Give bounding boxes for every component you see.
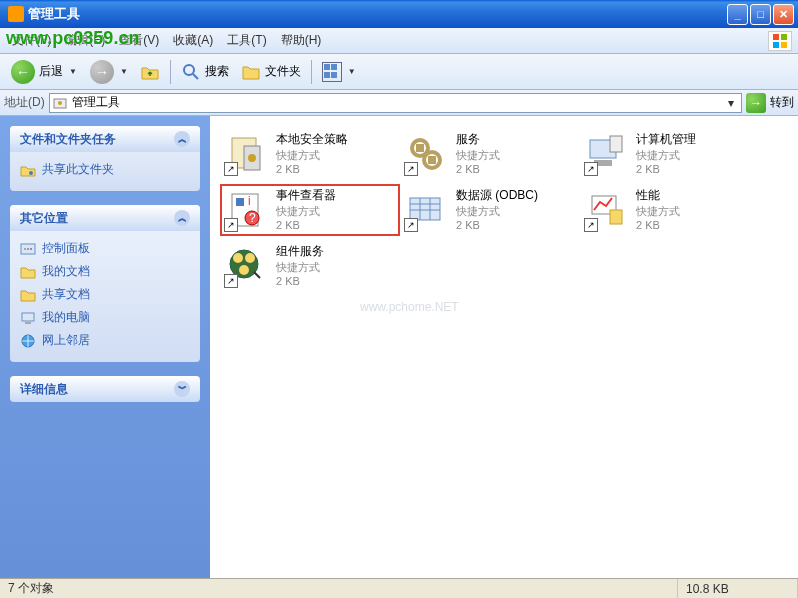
address-dropdown[interactable]: ▾ [723, 96, 739, 110]
folder-up-icon [140, 62, 160, 82]
tile-type: 快捷方式 [456, 204, 538, 218]
statusbar: 7 个对象 10.8 KB [0, 578, 798, 598]
menu-favorites[interactable]: 收藏(A) [167, 30, 219, 51]
content-area: ↗本地安全策略快捷方式2 KB↗服务快捷方式2 KB↗计算机管理快捷方式2 KB… [210, 116, 798, 578]
go-button[interactable]: → [746, 93, 766, 113]
toolbar: ← 后退 ▼ → ▼ 搜索 文件夹 ▼ [0, 54, 798, 90]
forward-button[interactable]: → ▼ [86, 58, 132, 86]
tile-size: 2 KB [636, 162, 696, 176]
tile-name: 组件服务 [276, 244, 324, 260]
svg-point-11 [27, 248, 29, 250]
chevron-down-icon: ▼ [69, 67, 77, 76]
panel-tasks-header[interactable]: 文件和文件夹任务 ︽ [10, 126, 200, 152]
svg-rect-2 [773, 42, 779, 48]
panel-details-header[interactable]: 详细信息 ︾ [10, 376, 200, 402]
search-button[interactable]: 搜索 [177, 60, 233, 84]
menu-file[interactable]: 文件(F) [6, 30, 57, 51]
folders-label: 文件夹 [265, 63, 301, 80]
up-button[interactable] [136, 60, 164, 84]
panel-details: 详细信息 ︾ [10, 376, 200, 402]
shortcut-icon: ↗ [584, 132, 628, 176]
address-label: 地址(D) [4, 94, 45, 111]
computer-icon [20, 310, 36, 326]
place-shared-documents[interactable]: 共享文档 [20, 283, 190, 306]
tile-item[interactable]: ↗本地安全策略快捷方式2 KB [220, 128, 400, 180]
panel-tasks-title: 文件和文件夹任务 [20, 131, 116, 148]
chevron-up-icon: ︽ [174, 131, 190, 147]
shortcut-arrow-icon: ↗ [584, 162, 598, 176]
chevron-up-icon: ︽ [174, 210, 190, 226]
close-button[interactable]: ✕ [773, 4, 794, 25]
svg-rect-0 [773, 34, 779, 40]
place-label: 共享文档 [42, 286, 90, 303]
place-label: 控制面板 [42, 240, 90, 257]
tile-type: 快捷方式 [456, 148, 500, 162]
svg-rect-37 [610, 210, 622, 224]
svg-line-5 [193, 74, 198, 79]
svg-text:i: i [248, 194, 251, 208]
tile-name: 本地安全策略 [276, 132, 348, 148]
svg-rect-3 [781, 42, 787, 48]
shortcut-arrow-icon: ↗ [404, 162, 418, 176]
svg-rect-31 [410, 198, 440, 220]
tile-item[interactable]: ↗组件服务快捷方式2 KB [220, 240, 400, 292]
minimize-button[interactable]: _ [727, 4, 748, 25]
svg-rect-13 [22, 313, 34, 321]
tile-item[interactable]: ↗性能快捷方式2 KB [580, 184, 760, 236]
folder-icon [20, 264, 36, 280]
back-icon: ← [11, 60, 35, 84]
sidebar: 文件和文件夹任务 ︽ 共享此文件夹 其它位置 ︽ 控制面板 [0, 116, 210, 578]
chevron-down-icon: ▼ [120, 67, 128, 76]
place-my-computer[interactable]: 我的电脑 [20, 306, 190, 329]
place-control-panel[interactable]: 控制面板 [20, 237, 190, 260]
maximize-button[interactable]: □ [750, 4, 771, 25]
menu-tools[interactable]: 工具(T) [221, 30, 272, 51]
menu-edit[interactable]: 编辑(E) [59, 30, 111, 51]
svg-rect-25 [610, 136, 622, 152]
task-share-folder[interactable]: 共享此文件夹 [20, 158, 190, 181]
address-bar: 地址(D) 管理工具 ▾ → 转到 [0, 90, 798, 116]
menu-view[interactable]: 查看(V) [113, 30, 165, 51]
menu-help[interactable]: 帮助(H) [275, 30, 328, 51]
folders-icon [241, 62, 261, 82]
svg-point-39 [233, 253, 243, 263]
svg-point-41 [239, 265, 249, 275]
back-button[interactable]: ← 后退 ▼ [6, 57, 82, 87]
address-field[interactable]: 管理工具 ▾ [49, 93, 742, 113]
panel-places-header[interactable]: 其它位置 ︽ [10, 205, 200, 231]
tile-item[interactable]: ↗服务快捷方式2 KB [400, 128, 580, 180]
network-icon [20, 333, 36, 349]
folder-icon [20, 287, 36, 303]
tile-item[interactable]: i?↗事件查看器快捷方式2 KB [220, 184, 400, 236]
svg-point-7 [58, 101, 62, 105]
chevron-down-icon: ︾ [174, 381, 190, 397]
chevron-down-icon: ▼ [348, 67, 356, 76]
tile-size: 2 KB [276, 274, 324, 288]
place-my-documents[interactable]: 我的文档 [20, 260, 190, 283]
svg-text:?: ? [249, 211, 256, 225]
tile-type: 快捷方式 [636, 148, 696, 162]
tile-type: 快捷方式 [276, 148, 348, 162]
view-button[interactable]: ▼ [318, 60, 360, 84]
status-size: 10.8 KB [678, 579, 798, 598]
shortcut-icon: ↗ [404, 132, 448, 176]
tile-item[interactable]: ↗计算机管理快捷方式2 KB [580, 128, 760, 180]
place-network-places[interactable]: 网上邻居 [20, 329, 190, 352]
svg-point-12 [30, 248, 32, 250]
control-panel-icon [20, 241, 36, 257]
tile-size: 2 KB [276, 218, 336, 232]
view-icon [322, 62, 342, 82]
folders-button[interactable]: 文件夹 [237, 60, 305, 84]
menubar: 文件(F) 编辑(E) 查看(V) 收藏(A) 工具(T) 帮助(H) [0, 28, 798, 54]
admin-tools-icon [52, 95, 68, 111]
titlebar: 管理工具 _ □ ✕ [0, 0, 798, 28]
tile-item[interactable]: ↗数据源 (ODBC)快捷方式2 KB [400, 184, 580, 236]
svg-rect-1 [781, 34, 787, 40]
tile-type: 快捷方式 [276, 260, 324, 274]
svg-point-8 [29, 171, 33, 175]
shortcut-arrow-icon: ↗ [224, 162, 238, 176]
status-count: 7 个对象 [0, 579, 678, 598]
tile-name: 服务 [456, 132, 500, 148]
tile-name: 数据源 (ODBC) [456, 188, 538, 204]
svg-point-18 [248, 154, 256, 162]
